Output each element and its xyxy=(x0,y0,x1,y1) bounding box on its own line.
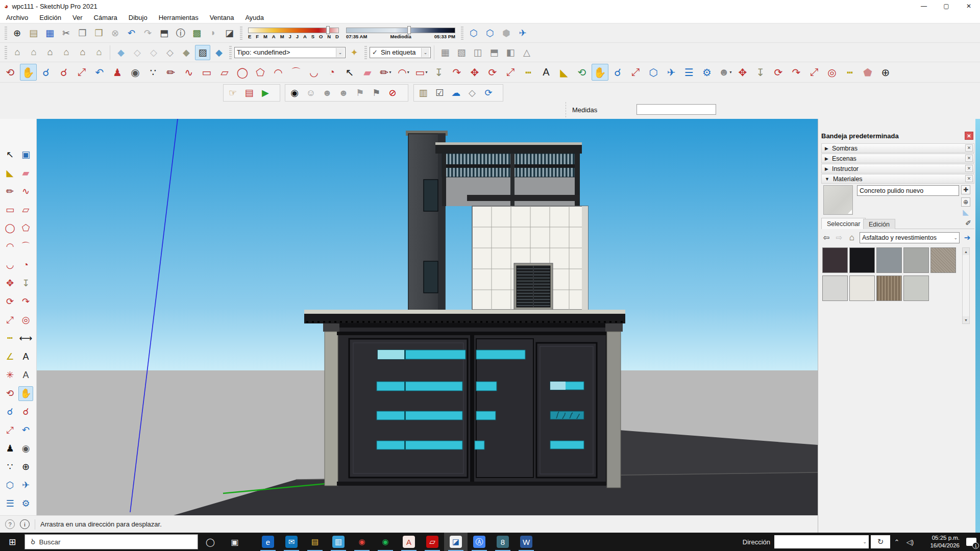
section-display-button[interactable]: ▧ xyxy=(454,45,469,60)
look-around-tool[interactable]: ◉ xyxy=(127,64,144,81)
zoom-window-tool[interactable]: ☌ xyxy=(56,64,72,81)
style-monochrome-button[interactable]: ◆ xyxy=(211,45,227,60)
tray-close-button[interactable]: ✕ xyxy=(965,132,973,140)
offset-tool[interactable]: ◎ xyxy=(18,313,33,328)
measurements-input[interactable] xyxy=(636,104,716,115)
menu-edicion[interactable]: Edición xyxy=(39,14,61,21)
menu-dibujo[interactable]: Dibujo xyxy=(129,14,148,21)
polygon-tool[interactable]: ⬠ xyxy=(252,64,269,81)
style-hiddenline-button[interactable]: ◇ xyxy=(162,45,178,60)
toggle-terrain-button[interactable]: ◗ xyxy=(206,26,221,41)
get-models-button[interactable]: ⬡ xyxy=(466,26,481,41)
push-pull-tool[interactable]: ↧ xyxy=(431,64,448,81)
open-button[interactable]: ▤ xyxy=(26,26,41,41)
back-button[interactable]: ⇦ xyxy=(821,233,831,243)
taskbar-word[interactable]: W xyxy=(514,533,538,551)
details-arrow-button[interactable]: ➔ xyxy=(962,233,972,243)
zoom-tool[interactable]: ☌ xyxy=(3,405,17,419)
sample-paint-icon[interactable]: ✐ xyxy=(965,219,971,227)
orbit-tool[interactable]: ⟲ xyxy=(2,64,19,81)
style-wireframe-button[interactable]: ◇ xyxy=(146,45,161,60)
paint-bucket-tool[interactable]: ◣ xyxy=(3,166,17,181)
three-point-arc-tool[interactable]: ◡ xyxy=(3,258,17,272)
eraser-tool[interactable]: ▰ xyxy=(18,166,33,181)
material-name-field[interactable]: Concreto pulido nuevo xyxy=(857,185,959,196)
view-left-button[interactable]: ⌂ xyxy=(91,45,107,60)
swatch-asfalto-oscuro[interactable] xyxy=(822,247,848,273)
scale-tool-2[interactable]: ⤢ xyxy=(806,64,823,81)
forward-button[interactable]: ⇨ xyxy=(834,233,844,243)
time-slider-handle[interactable] xyxy=(407,26,411,34)
zoom-window-tool[interactable]: ☌ xyxy=(18,405,33,419)
shadow-time-slider[interactable]: 07:35 AM Mediodía 05:33 PM xyxy=(346,26,455,41)
follow-me-tool[interactable]: ↷ xyxy=(449,64,465,81)
redo-button[interactable]: ↷ xyxy=(140,26,156,41)
rotated-rectangle-tool[interactable]: ▱ xyxy=(18,203,33,217)
extension-manager-button[interactable]: ⚙ xyxy=(18,496,33,511)
menu-archivo[interactable]: Archivo xyxy=(6,14,28,21)
material-category-dropdown[interactable]: Asfaltado y revestimientos ⌄ xyxy=(860,232,960,243)
task-view-button[interactable]: ▣ xyxy=(223,533,247,551)
swatch-asfalto-negro[interactable] xyxy=(849,247,875,273)
paste-button[interactable]: ❒ xyxy=(91,26,107,41)
address-input[interactable]: ⌄ xyxy=(774,535,869,548)
pan-tool-2[interactable]: ✋ xyxy=(592,64,608,81)
close-button[interactable]: ✕ xyxy=(958,0,980,12)
cortana-button[interactable]: ◯ xyxy=(198,533,223,551)
copy-button[interactable]: ❐ xyxy=(75,26,90,41)
look-around-tool[interactable]: ◉ xyxy=(18,441,33,456)
taskbar-chrome-profile[interactable]: Ⓐ xyxy=(468,533,491,551)
line-tool-menu[interactable]: ✏▾ xyxy=(377,64,394,81)
make-component-tool[interactable]: ▣ xyxy=(18,147,33,162)
share-component-button[interactable]: ⬢ xyxy=(499,26,514,41)
faces-alt-button[interactable]: ☻ xyxy=(336,85,351,101)
compass-button[interactable]: ⊕ xyxy=(877,64,894,81)
flag-button[interactable]: ⚑ xyxy=(352,85,368,101)
menu-camara[interactable]: Cámara xyxy=(94,14,117,21)
taskbar-spotify[interactable]: ◉ xyxy=(374,533,397,551)
tags-button[interactable]: ☰ xyxy=(681,64,698,81)
address-refresh-button[interactable]: ↻ xyxy=(871,535,890,548)
scale-tool[interactable]: ⤢ xyxy=(3,313,17,328)
taskbar-clock[interactable]: 05:25 p.m. 16/04/2026 xyxy=(920,534,960,549)
box-button[interactable]: ◇ xyxy=(464,85,480,101)
taskbar-autocad[interactable]: A xyxy=(397,533,421,551)
section-close-button[interactable]: ✕ xyxy=(965,155,973,162)
eraser-tool[interactable]: ▰ xyxy=(359,64,376,81)
tray-section-sombras[interactable]: ▶ Sombras ✕ xyxy=(821,143,974,153)
account-button[interactable]: ☻▾ xyxy=(717,64,733,81)
taskbar-mail[interactable]: ✉ xyxy=(280,533,303,551)
taskbar-explorer[interactable]: ▤ xyxy=(303,533,327,551)
view-right-button[interactable]: ⌂ xyxy=(59,45,74,60)
push-pull-tool[interactable]: ↧ xyxy=(18,276,33,291)
tags-button[interactable]: ☰ xyxy=(3,496,17,511)
swatch-concreto-claro[interactable] xyxy=(903,247,929,273)
menu-ver[interactable]: Ver xyxy=(72,14,83,21)
home-button[interactable]: ⌂ xyxy=(847,233,857,243)
zoom-extents-tool-2[interactable]: ⤢ xyxy=(627,64,644,81)
offset-tool[interactable]: ◎ xyxy=(824,64,841,81)
orbit-tool[interactable]: ⟲ xyxy=(3,386,17,401)
previous-view-tool[interactable]: ↶ xyxy=(91,64,108,81)
section-close-button[interactable]: ✕ xyxy=(965,175,973,182)
share-model-button-2[interactable]: ✈ xyxy=(663,64,680,81)
fog-toggle-button[interactable]: △ xyxy=(519,45,534,60)
tray-scrollbar[interactable] xyxy=(975,119,980,533)
zoom-tool[interactable]: ☌ xyxy=(38,64,55,81)
paint-bucket-tool[interactable]: ◣ xyxy=(556,64,573,81)
hidden-icons-chevron[interactable]: ⌃ xyxy=(890,533,903,551)
three-point-arc-tool[interactable]: ◡ xyxy=(306,64,323,81)
month-slider-handle[interactable] xyxy=(326,26,330,34)
rotate-tool-2[interactable]: ⟳ xyxy=(770,64,787,81)
circle-tool[interactable]: ◯ xyxy=(234,64,251,81)
axes-tool[interactable]: ✳ xyxy=(3,368,17,383)
section-fill-button[interactable]: ⬒ xyxy=(486,45,502,60)
circle-tool[interactable]: ◯ xyxy=(3,221,17,236)
zoom-extents-tool[interactable]: ⤢ xyxy=(74,64,90,81)
add-location-button[interactable]: ▩ xyxy=(189,26,205,41)
swatch-concreto-gris[interactable] xyxy=(876,247,902,273)
view-front-button[interactable]: ⌂ xyxy=(42,45,58,60)
menu-ayuda[interactable]: Ayuda xyxy=(245,14,264,21)
move-tool[interactable]: ✥ xyxy=(3,276,17,291)
taskbar-search[interactable]: ☌ Buscar xyxy=(24,534,198,549)
